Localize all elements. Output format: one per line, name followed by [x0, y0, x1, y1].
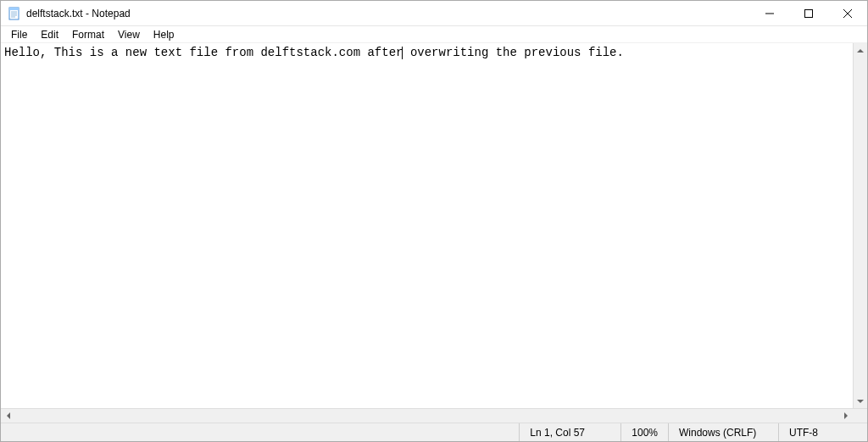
- vertical-scrollbar[interactable]: [853, 43, 867, 408]
- svg-marker-13: [844, 412, 848, 419]
- status-line-ending: Windows (CRLF): [668, 423, 778, 441]
- status-zoom: 100%: [620, 423, 668, 441]
- window-controls: [750, 1, 867, 25]
- text-cursor: [402, 47, 403, 59]
- status-cursor-position: Ln 1, Col 57: [519, 423, 620, 441]
- close-button[interactable]: [828, 1, 867, 25]
- notepad-icon: [8, 7, 21, 20]
- menu-help[interactable]: Help: [147, 27, 181, 42]
- menu-view[interactable]: View: [111, 27, 147, 42]
- scroll-right-arrow-icon[interactable]: [838, 409, 853, 423]
- scroll-up-arrow-icon[interactable]: [854, 43, 867, 58]
- menu-edit[interactable]: Edit: [34, 27, 65, 42]
- editor-text-before: Hello, This is a new text file from delf…: [4, 46, 403, 59]
- editor-text-after: overwriting the previous file.: [403, 46, 623, 59]
- statusbar: Ln 1, Col 57 100% Windows (CRLF) UTF-8: [1, 423, 867, 441]
- minimize-button[interactable]: [750, 1, 789, 25]
- scroll-corner: [853, 409, 867, 423]
- svg-marker-10: [857, 49, 864, 52]
- window-title: delftstack.txt - Notepad: [26, 8, 750, 19]
- titlebar: delftstack.txt - Notepad: [1, 1, 867, 26]
- scroll-left-arrow-icon[interactable]: [1, 409, 15, 423]
- menu-file[interactable]: File: [4, 27, 34, 42]
- menubar: File Edit Format View Help: [1, 26, 867, 43]
- scroll-down-arrow-icon[interactable]: [854, 394, 867, 408]
- status-encoding: UTF-8: [778, 423, 867, 441]
- horizontal-scrollbar[interactable]: [1, 408, 867, 423]
- menu-format[interactable]: Format: [65, 27, 111, 42]
- maximize-button[interactable]: [789, 1, 828, 25]
- hscroll-track[interactable]: [15, 409, 838, 423]
- svg-marker-11: [857, 400, 864, 403]
- editor-area: Hello, This is a new text file from delf…: [1, 43, 867, 408]
- text-editor[interactable]: Hello, This is a new text file from delf…: [1, 43, 853, 408]
- svg-marker-12: [7, 412, 10, 419]
- svg-rect-1: [9, 8, 19, 10]
- svg-rect-7: [805, 9, 813, 17]
